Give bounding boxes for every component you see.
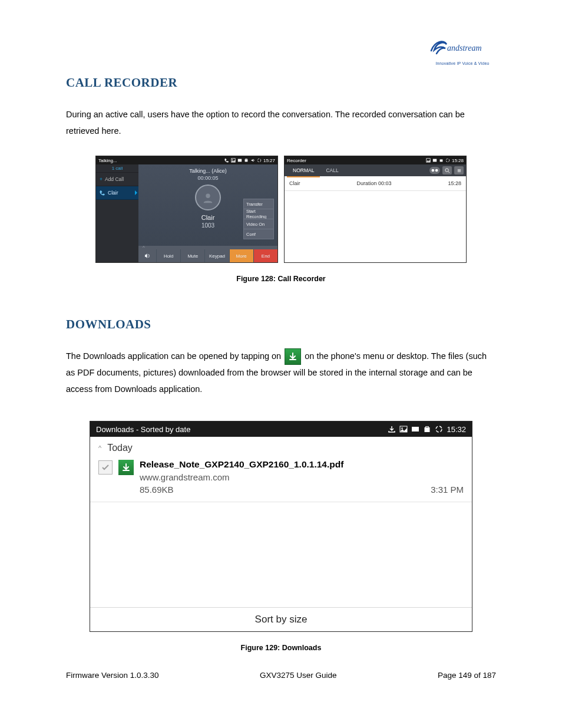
status-time: 15:28 bbox=[452, 158, 464, 163]
svg-rect-21 bbox=[412, 427, 419, 431]
status-title: Recorder bbox=[287, 158, 306, 163]
download-file-size: 85.69KB bbox=[140, 485, 174, 495]
recording-row[interactable]: Clair Duration 00:03 15:28 bbox=[285, 176, 466, 191]
speaker-button[interactable] bbox=[138, 249, 157, 262]
heading-downloads: DOWNLOADS bbox=[66, 317, 496, 332]
document-page: andstream Innovative IP Voice & Video CA… bbox=[0, 0, 562, 728]
volume-icon bbox=[250, 158, 255, 163]
svg-point-10 bbox=[446, 159, 449, 162]
download-file-name: Release_Note_GXP2140_GXP2160_1.0.1.14.pd… bbox=[140, 459, 464, 470]
ftp-icon bbox=[432, 158, 437, 163]
end-button[interactable]: End bbox=[254, 249, 277, 262]
figure-downloads: Downloads - Sorted by date 15:32 ^ Today bbox=[90, 421, 472, 632]
sidebar-contact-label: Clair bbox=[108, 190, 118, 196]
sidebar-add-call-label: Add Call bbox=[105, 176, 124, 182]
more-popup: Transfer Start Recording Video On Conf bbox=[243, 199, 274, 239]
image-icon bbox=[399, 425, 408, 433]
status-time: 15:27 bbox=[263, 158, 275, 163]
record-pill-button[interactable] bbox=[429, 167, 440, 174]
status-title: Talking... bbox=[98, 158, 117, 163]
today-row[interactable]: ^ Today bbox=[90, 437, 472, 459]
downloads-paragraph: The Downloads application can be opened … bbox=[66, 348, 496, 397]
recorder-tabs: NORMAL CALL bbox=[285, 164, 466, 176]
download-arrow-icon bbox=[285, 348, 301, 365]
rec-name: Clair bbox=[289, 180, 300, 186]
status-right: 15:27 bbox=[224, 158, 275, 163]
loading-icon bbox=[445, 158, 450, 163]
more-button[interactable]: More bbox=[230, 249, 254, 262]
svg-rect-3 bbox=[238, 159, 242, 162]
popup-start-rec[interactable]: Start Recording bbox=[243, 209, 274, 219]
downloads-status-title: Downloads - Sorted by date bbox=[96, 425, 190, 434]
downloads-status-time: 15:32 bbox=[447, 425, 466, 434]
svg-point-20 bbox=[402, 428, 403, 429]
download-item[interactable]: Release_Note_GXP2140_GXP2160_1.0.1.14.pd… bbox=[90, 459, 472, 502]
search-button[interactable] bbox=[442, 166, 452, 174]
download-file-time: 3:31 PM bbox=[431, 485, 464, 495]
rec-time: 15:28 bbox=[448, 180, 461, 186]
svg-point-13 bbox=[445, 168, 448, 171]
svg-point-11 bbox=[432, 169, 435, 172]
downloads-status-bar: Downloads - Sorted by date 15:32 bbox=[90, 421, 472, 437]
download-tray-icon bbox=[388, 425, 396, 433]
svg-rect-4 bbox=[245, 159, 248, 162]
mute-button[interactable]: Mute bbox=[181, 249, 205, 262]
call-recorder-paragraph: During an active call, users have the op… bbox=[66, 107, 496, 139]
rec-duration: Duration 00:03 bbox=[356, 180, 391, 186]
call-sidebar: 1 call + Add Call Clair bbox=[96, 164, 138, 262]
chevron-up-icon: ^ bbox=[98, 444, 101, 452]
shop-icon bbox=[423, 425, 431, 433]
phone-call-screen: Talking... 15:27 1 call + Add bbox=[95, 156, 278, 263]
page-footer: Firmware Version 1.0.3.30 GXV3275 User G… bbox=[66, 671, 496, 680]
figure-128-caption: Figure 128: Call Recorder bbox=[66, 275, 496, 283]
call-main: Talking... (Alice) 00:00:05 Clair 1003 T… bbox=[138, 164, 277, 262]
chevron-up-icon[interactable]: ^ bbox=[141, 246, 147, 249]
downloads-text-a: The Downloads application can be opened … bbox=[66, 351, 283, 361]
figure-call-recorder: Talking... 15:27 1 call + Add bbox=[66, 156, 496, 263]
footer-guide: GXV3275 User Guide bbox=[260, 671, 337, 680]
today-label: Today bbox=[107, 443, 133, 453]
call-bottom-bar: ^ Hold Mute Keypad More End bbox=[138, 249, 277, 262]
svg-rect-9 bbox=[440, 159, 443, 162]
status-bar: Talking... 15:27 bbox=[96, 156, 277, 164]
sidebar-add-call[interactable]: + Add Call bbox=[96, 173, 138, 186]
footer-firmware: Firmware Version 1.0.3.30 bbox=[66, 671, 159, 680]
svg-text:andstream: andstream bbox=[447, 44, 482, 52]
call-duration: 00:00:05 bbox=[138, 175, 277, 181]
popup-conf[interactable]: Conf bbox=[243, 229, 274, 239]
plus-icon: + bbox=[100, 176, 103, 182]
talking-line: Talking... (Alice) bbox=[138, 164, 277, 174]
svg-point-23 bbox=[436, 426, 442, 432]
sort-by-size-button[interactable]: Sort by size bbox=[90, 607, 472, 631]
svg-point-5 bbox=[257, 159, 261, 162]
figure-129-caption: Figure 129: Downloads bbox=[66, 644, 496, 652]
loading-icon bbox=[257, 158, 262, 163]
loading-icon bbox=[435, 425, 443, 433]
sidebar-contact-active[interactable]: Clair bbox=[96, 186, 138, 200]
popup-transfer[interactable]: Transfer bbox=[243, 199, 274, 209]
image-icon bbox=[231, 158, 236, 163]
download-arrow-icon bbox=[118, 460, 134, 475]
avatar bbox=[195, 185, 221, 210]
svg-rect-22 bbox=[425, 427, 430, 432]
tab-call[interactable]: CALL bbox=[320, 164, 344, 176]
brand-tagline: Innovative IP Voice & Video bbox=[429, 61, 496, 65]
menu-button[interactable] bbox=[454, 166, 464, 174]
download-file-source: www.grandstream.com bbox=[140, 472, 464, 482]
phone-icon bbox=[100, 190, 105, 196]
popup-video-on[interactable]: Video On bbox=[243, 219, 274, 229]
ftp-icon bbox=[237, 158, 242, 163]
heading-call-recorder: CALL RECORDER bbox=[66, 75, 496, 90]
phone-recorder-screen: Recorder 15:28 NORMAL CALL bbox=[284, 156, 467, 263]
svg-rect-8 bbox=[433, 159, 437, 162]
hold-button[interactable]: Hold bbox=[157, 249, 181, 262]
grandstream-logo-icon: andstream bbox=[429, 34, 496, 60]
tab-normal[interactable]: NORMAL bbox=[287, 164, 320, 177]
phone-icon bbox=[224, 158, 229, 163]
checkbox[interactable] bbox=[98, 460, 113, 475]
status-bar: Recorder 15:28 bbox=[285, 156, 466, 164]
brand-logo: andstream Innovative IP Voice & Video bbox=[429, 34, 496, 65]
sidebar-call-count: 1 call bbox=[96, 164, 138, 173]
svg-point-6 bbox=[206, 194, 210, 198]
keypad-button[interactable]: Keypad bbox=[205, 249, 229, 262]
